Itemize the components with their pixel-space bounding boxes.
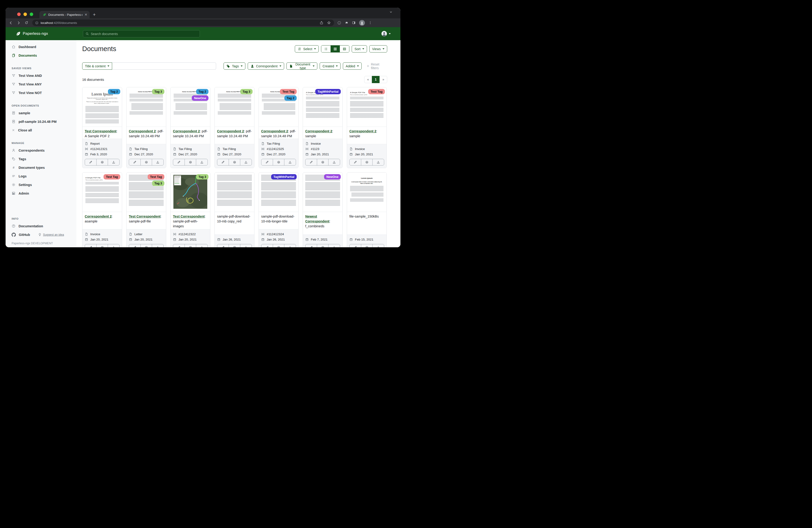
card-edit-button[interactable] — [85, 159, 96, 165]
document-thumbnail[interactable]: Lorem ipsumLorem ipsum dolor sit amet, c… — [347, 172, 387, 212]
document-thumbnail[interactable]: A Simple PDF FileThis is a small demonst… — [83, 172, 122, 212]
minimize-window-button[interactable] — [24, 13, 27, 16]
tag-badge[interactable]: Test Tag — [368, 89, 385, 94]
browser-menu-kebab-icon[interactable] — [368, 21, 372, 25]
card-download-button[interactable] — [240, 159, 252, 165]
tag-badge[interactable]: Tag 2 — [284, 96, 297, 101]
card-download-button[interactable] — [284, 159, 296, 165]
document-thumbnail[interactable]: Adobe Acrobat PDF FilesTag 2NewOne — [171, 87, 210, 127]
reset-filters-button[interactable]: ✕ Reset filters — [367, 62, 387, 70]
app-brand[interactable]: Paperless-ngx — [16, 31, 48, 36]
global-search-input[interactable]: Search documents — [83, 30, 200, 38]
card-edit-button[interactable] — [129, 159, 141, 165]
sidebar-item-test-view-not[interactable]: Test View NOT — [5, 88, 76, 97]
document-thumbnail[interactable]: A Simple PDF FileThis is a small demonst… — [347, 87, 387, 127]
forward-button[interactable] — [17, 21, 21, 25]
correspondent-link[interactable]: Test Correspondent — [173, 215, 205, 218]
close-window-button[interactable] — [17, 13, 21, 16]
correspondent-link[interactable]: Test Correspondent — [85, 129, 117, 133]
document-thumbnail[interactable]: Test TagTag 3 — [127, 172, 166, 212]
select-dropdown-button[interactable]: Select — [295, 45, 319, 53]
card-view-button[interactable] — [96, 244, 108, 247]
sidebar-item-github[interactable]: GitHub — [19, 233, 30, 237]
sidebar-item-tags[interactable]: Tags — [5, 155, 76, 163]
card-download-button[interactable] — [372, 244, 384, 247]
card-edit-button[interactable] — [305, 159, 317, 165]
correspondent-link[interactable]: Correspondent 2 — [85, 215, 112, 218]
correspondent-link[interactable]: Correspondent 2 — [173, 129, 200, 133]
card-download-button[interactable] — [328, 244, 340, 247]
correspondent-link[interactable]: Correspondent 2 — [129, 129, 156, 133]
tag-badge[interactable]: TagWithPartial — [315, 89, 341, 94]
share-icon[interactable] — [320, 21, 323, 25]
sort-dropdown-button[interactable]: Sort — [352, 45, 367, 53]
password-manager-icon[interactable]: 1 — [337, 21, 341, 25]
card-view-button[interactable] — [185, 159, 196, 165]
card-download-button[interactable] — [284, 244, 296, 247]
tag-badge[interactable]: Test Tag — [148, 174, 164, 180]
correspondent-link[interactable]: Correspondent 2 — [305, 129, 332, 133]
document-thumbnail[interactable]: Adobe Acrobat PDF FilesTag 3 — [215, 87, 254, 127]
sidebar-item-sample[interactable]: sample — [5, 109, 76, 117]
document-thumbnail[interactable]: NewOne — [303, 172, 343, 212]
card-edit-button[interactable] — [305, 244, 317, 247]
card-download-button[interactable] — [108, 244, 119, 247]
correspondent-link[interactable]: Newest Correspondent — [305, 215, 329, 223]
zoom-window-button[interactable] — [30, 13, 33, 16]
sidebar-item-documentation[interactable]: Documentation — [5, 222, 76, 230]
card-download-button[interactable] — [152, 159, 163, 165]
correspondent-link[interactable]: Test Correspondent — [129, 215, 161, 218]
card-view-button[interactable] — [273, 159, 284, 165]
new-tab-button[interactable]: + — [93, 12, 96, 17]
document-thumbnail[interactable]: Boundary Waters TripTag 3 — [171, 172, 210, 212]
card-view-button[interactable] — [317, 159, 329, 165]
pagination-next-button[interactable]: » — [379, 76, 387, 83]
tag-badge[interactable]: Tag 2 — [196, 89, 208, 94]
sidebar-item-settings[interactable]: Settings — [5, 181, 76, 189]
tag-badge[interactable]: Test Tag — [103, 174, 120, 180]
sidebar-item-pdf-sample-10-24-48-pm[interactable]: pdf-sample 10.24.48 PM — [5, 117, 76, 126]
card-download-button[interactable] — [152, 244, 163, 247]
card-view-button[interactable] — [273, 244, 284, 247]
tag-badge[interactable]: NewOne — [324, 174, 341, 180]
card-edit-button[interactable] — [173, 159, 185, 165]
filter-correspondent-button[interactable]: Correspondent — [248, 62, 284, 70]
reload-button[interactable] — [25, 21, 28, 25]
card-edit-button[interactable] — [350, 244, 361, 247]
pagination-page-1-button[interactable]: 1 — [372, 76, 379, 83]
sidebar-item-test-view-any[interactable]: Test View ANY — [5, 80, 76, 88]
card-download-button[interactable] — [372, 159, 384, 165]
correspondent-link[interactable]: Correspondent 2 — [349, 129, 376, 133]
tag-badge[interactable]: Tag 3 — [152, 89, 164, 94]
card-view-button[interactable] — [96, 159, 108, 165]
tag-badge[interactable]: Test Tag — [280, 89, 297, 94]
sidebar-item-document-types[interactable]: #Document types — [5, 163, 76, 172]
card-view-button[interactable] — [361, 159, 373, 165]
views-dropdown-button[interactable]: Views — [369, 45, 387, 53]
list-view-toggle[interactable] — [321, 45, 331, 52]
suggest-an-idea-link[interactable]: Suggest an idea — [38, 233, 64, 237]
grid-view-toggle[interactable] — [331, 45, 340, 52]
card-view-button[interactable] — [361, 244, 373, 247]
address-bar[interactable]: localhost:4200/documents — [32, 19, 334, 26]
correspondent-link[interactable]: Correspondent 2 — [261, 129, 288, 133]
tag-badge[interactable]: Tag 3 — [152, 181, 164, 186]
site-info-icon[interactable] — [35, 21, 39, 25]
document-thumbnail[interactable] — [215, 172, 254, 212]
filter-tags-button[interactable]: Tags — [223, 62, 245, 70]
tab-close-icon[interactable]: ✕ — [85, 13, 87, 16]
document-thumbnail[interactable]: A Simple PDF FileThis is a small demonst… — [303, 87, 343, 127]
side-panel-icon[interactable] — [352, 21, 356, 25]
card-edit-button[interactable] — [350, 159, 361, 165]
card-view-button[interactable] — [229, 244, 240, 247]
document-thumbnail[interactable]: Adobe Acrobat PDF FilesTag 3 — [127, 87, 166, 127]
correspondent-link[interactable]: Correspondent 2 — [217, 129, 244, 133]
pagination-prev-button[interactable]: « — [364, 76, 372, 83]
document-thumbnail[interactable]: TagWithPartial — [259, 172, 298, 212]
filter-created-button[interactable]: Created — [320, 62, 340, 70]
card-edit-button[interactable] — [261, 159, 273, 165]
card-download-button[interactable] — [196, 244, 207, 247]
filter-field-dropdown[interactable]: Title & content — [82, 62, 112, 70]
card-edit-button[interactable] — [217, 159, 229, 165]
bookmark-star-icon[interactable] — [327, 21, 331, 25]
